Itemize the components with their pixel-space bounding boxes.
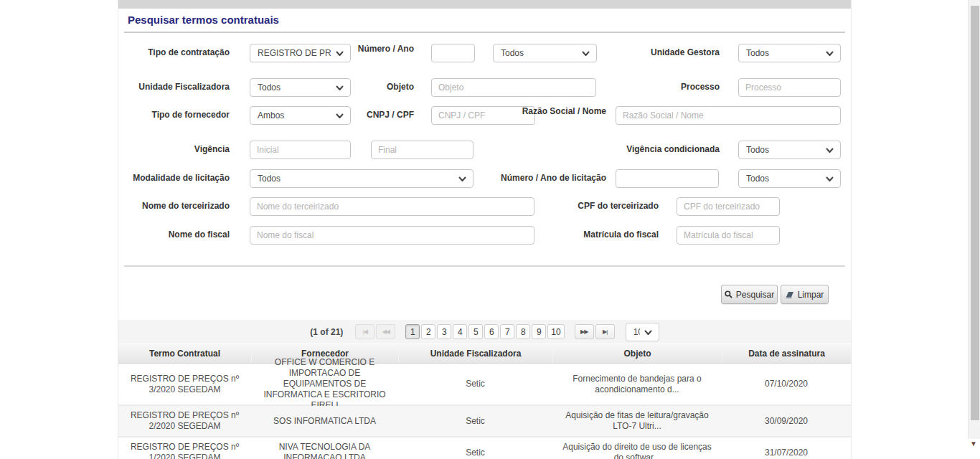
nome-terceirizado-input[interactable]: [250, 197, 534, 216]
vigencia-final-input[interactable]: [371, 141, 473, 159]
select-value: Ambos: [258, 110, 331, 120]
prev-page-button[interactable]: ◀◀: [376, 324, 395, 339]
processo-input[interactable]: [738, 78, 841, 97]
chevron-down-icon: [826, 176, 834, 182]
last-page-button[interactable]: ▶|: [595, 324, 615, 339]
paginator: (1 of 21) |◀ ◀◀ 1 2 3 4 5 6 7 8 9 10 ▶▶ …: [118, 320, 851, 344]
table-row[interactable]: REGISTRO DE PREÇOS nº 3/2020 SEGEDAM OFF…: [118, 364, 851, 406]
numero-ano-select[interactable]: Todos: [493, 44, 597, 62]
header-divider: [124, 32, 845, 33]
unidade-gestora-select[interactable]: Todos: [738, 44, 841, 62]
cell-objeto: Aquisição do direito de uso de licenças …: [552, 437, 722, 459]
select-value: Todos: [258, 174, 454, 184]
cell-unidade: Setic: [398, 437, 552, 459]
matricula-fiscal-label: Matrícula do fiscal: [544, 230, 659, 240]
search-icon: [725, 290, 732, 298]
page-button-10[interactable]: 10: [547, 324, 564, 339]
table-row[interactable]: REGISTRO DE PREÇOS nº 2/2020 SEGEDAM SOS…: [118, 406, 851, 437]
chevron-down-icon: [582, 51, 590, 57]
column-header-unidade[interactable]: Unidade Fiscalizadora: [398, 344, 552, 363]
content-panel: Pesquisar termos contratuais Tipo de con…: [118, 0, 851, 459]
tipo-contratacao-label: Tipo de contratação: [118, 48, 230, 57]
nome-terceirizado-label: Nome do terceirizado: [118, 202, 230, 211]
form-divider: [124, 265, 845, 267]
razao-social-label: Razão Social / Nome: [522, 107, 606, 116]
cell-fornecedor: SOS INFORMATICA LTDA: [251, 406, 398, 436]
page-button-7[interactable]: 7: [500, 324, 514, 339]
objeto-label: Objeto: [355, 82, 414, 92]
tipo-contratacao-select[interactable]: REGISTRO DE PREÇO: [250, 44, 351, 62]
cell-fornecedor: OFFICE W COMERCIO E IMPORTACAO DE EQUIPA…: [251, 364, 398, 404]
chevron-down-icon: [336, 113, 344, 119]
numero-input[interactable]: [431, 44, 475, 62]
chevron-down-icon: [826, 51, 834, 57]
column-header-objeto[interactable]: Objeto: [552, 344, 722, 363]
cpf-terceirizado-input[interactable]: [677, 197, 780, 216]
numero-ano-licitacao-label: Número / Ano de licitação: [484, 174, 606, 183]
numero-licitacao-input[interactable]: [616, 169, 719, 188]
cnpj-cpf-label: CNPJ / CPF: [355, 110, 414, 120]
next-page-icon: ▶▶: [580, 328, 588, 335]
cell-termo: REGISTRO DE PREÇOS nº 1/2020 SEGEDAM: [118, 437, 251, 459]
razao-social-input[interactable]: [616, 106, 841, 125]
table-header: Termo Contratual Fornecedor Unidade Fisc…: [118, 344, 851, 364]
ano-licitacao-select[interactable]: Todos: [738, 169, 841, 188]
matricula-fiscal-input[interactable]: [677, 226, 780, 245]
page-button-5[interactable]: 5: [468, 324, 483, 339]
scroll-down-icon[interactable]: ▼: [970, 440, 977, 448]
unidade-fiscalizadora-select[interactable]: Todos: [250, 78, 351, 97]
chevron-down-icon: [644, 330, 652, 336]
cell-termo: REGISTRO DE PREÇOS nº 2/2020 SEGEDAM: [118, 406, 251, 436]
page-button-1[interactable]: 1: [405, 324, 420, 339]
cell-data: 31/07/2020: [722, 437, 851, 459]
first-page-button[interactable]: |◀: [355, 324, 374, 339]
cnpj-cpf-input[interactable]: [431, 106, 535, 125]
tipo-fornecedor-select[interactable]: Ambos: [250, 106, 351, 125]
next-page-button[interactable]: ▶▶: [575, 324, 594, 339]
select-value: Todos: [746, 174, 821, 184]
pesquisar-button[interactable]: Pesquisar: [721, 285, 778, 304]
last-page-icon: ▶|: [603, 328, 607, 335]
table-row[interactable]: REGISTRO DE PREÇOS nº 1/2020 SEGEDAM NIV…: [118, 437, 851, 459]
vigencia-condicionada-label: Vigência condicionada: [599, 145, 720, 154]
limpar-button[interactable]: Limpar: [781, 285, 829, 304]
select-value: Todos: [746, 48, 821, 58]
cell-fornecedor: NIVA TECNOLOGIA DA INFORMACAO LTDA: [251, 437, 398, 459]
vigencia-condicionada-select[interactable]: Todos: [738, 141, 841, 159]
cell-objeto: Aquisição de fitas de leitura/gravação L…: [552, 406, 722, 436]
column-header-termo[interactable]: Termo Contratual: [118, 344, 251, 363]
select-value: 10: [633, 327, 640, 337]
first-page-icon: |◀: [363, 328, 367, 335]
page-button-4[interactable]: 4: [453, 324, 467, 339]
cell-unidade: Setic: [398, 364, 552, 404]
chevron-down-icon: [336, 85, 344, 91]
cell-data: 07/10/2020: [722, 364, 851, 404]
nome-fiscal-input[interactable]: [250, 226, 534, 245]
tipo-fornecedor-label: Tipo de fornecedor: [118, 110, 230, 120]
pesquisar-label: Pesquisar: [736, 290, 774, 300]
chevron-down-icon: [826, 148, 834, 153]
eraser-icon: [786, 291, 794, 298]
page-size-select[interactable]: 10: [626, 323, 659, 341]
scrollbar-thumb[interactable]: [971, 6, 979, 420]
page-button-9[interactable]: 9: [532, 324, 546, 339]
numero-ano-label: Número / Ano: [355, 44, 414, 54]
panel-top-bar: [118, 0, 851, 9]
cpf-terceirizado-label: CPF do terceirizado: [544, 202, 659, 211]
page-button-8[interactable]: 8: [516, 324, 530, 339]
unidade-gestora-label: Unidade Gestora: [613, 48, 720, 57]
page-button-2[interactable]: 2: [421, 324, 435, 339]
column-header-data[interactable]: Data de assinatura: [722, 344, 851, 363]
cell-objeto: Fornecimento de bandejas para o acondici…: [552, 364, 722, 404]
unidade-fiscalizadora-label: Unidade Fiscalizadora: [118, 82, 230, 92]
paginator-status: (1 of 21): [310, 327, 343, 337]
vigencia-label: Vigência: [118, 145, 230, 154]
scrollbar[interactable]: [968, 0, 980, 439]
objeto-input[interactable]: [431, 78, 596, 97]
chevron-down-icon: [458, 176, 466, 182]
vigencia-inicial-input[interactable]: [250, 141, 351, 159]
page-button-3[interactable]: 3: [437, 324, 451, 339]
select-value: Todos: [501, 48, 578, 58]
modalidade-licitacao-select[interactable]: Todos: [250, 169, 473, 188]
page-button-6[interactable]: 6: [484, 324, 499, 339]
